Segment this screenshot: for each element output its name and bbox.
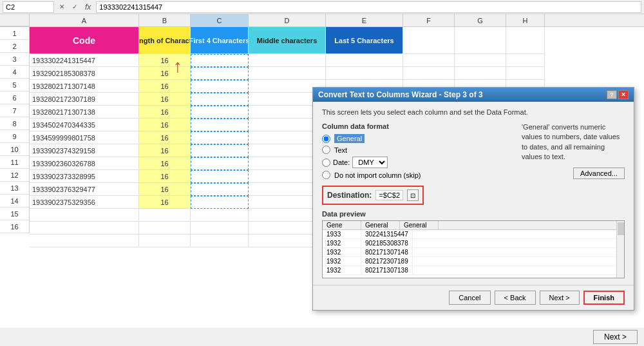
- col-header-G: G: [455, 14, 506, 26]
- list-item[interactable]: 16: [139, 80, 191, 93]
- cancel-button[interactable]: Cancel: [449, 291, 490, 305]
- list-item[interactable]: 1932802171307138: [30, 106, 139, 119]
- formula-input[interactable]: 1933302241315447: [96, 1, 641, 13]
- list-item[interactable]: [249, 67, 326, 80]
- list-item[interactable]: 1933902375329356: [30, 196, 139, 209]
- list-item[interactable]: [506, 67, 545, 80]
- cell-ref-box[interactable]: C2: [3, 1, 54, 13]
- list-item[interactable]: [191, 67, 249, 80]
- row-num-14: 14: [0, 195, 30, 207]
- list-item[interactable]: 16: [139, 157, 191, 170]
- list-item[interactable]: [326, 54, 403, 67]
- finish-button[interactable]: Finish: [583, 291, 625, 305]
- list-item[interactable]: 16: [139, 93, 191, 106]
- list-item: [30, 209, 139, 222]
- list-item[interactable]: [506, 54, 545, 67]
- col-e-header: Last 5 Characters: [326, 27, 403, 54]
- preview-header-row: Gene General General: [323, 221, 624, 230]
- list-item: 1932: [323, 248, 361, 256]
- row-num-corner: [0, 14, 30, 26]
- radio-date-input[interactable]: [322, 159, 330, 167]
- general-note: 'General' converts numeric values to num…: [522, 122, 625, 162]
- list-item[interactable]: [191, 157, 249, 170]
- list-item[interactable]: [403, 54, 455, 67]
- dialog-help-button[interactable]: ?: [607, 90, 617, 99]
- list-item[interactable]: [191, 196, 249, 209]
- list-item[interactable]: [191, 144, 249, 157]
- list-item[interactable]: 1934502470344335: [30, 119, 139, 131]
- list-item: 1932802172307189: [323, 257, 624, 266]
- list-item: 902185308378: [361, 239, 413, 247]
- cancel-formula-icon: ✕: [57, 2, 67, 12]
- radio-skip-item[interactable]: Do not import column (skip): [322, 171, 509, 179]
- next-button[interactable]: Next >: [540, 291, 580, 305]
- list-item[interactable]: [191, 170, 249, 183]
- list-item: [139, 235, 191, 247]
- list-item[interactable]: 16: [139, 67, 191, 80]
- list-item[interactable]: 1932902185308378: [30, 67, 139, 80]
- data-preview-label: Data preview: [322, 210, 625, 218]
- list-item[interactable]: 16: [139, 170, 191, 183]
- list-item[interactable]: 1933902373328995: [30, 170, 139, 183]
- table-row: 193290218530837816: [30, 67, 644, 80]
- list-item[interactable]: 16: [139, 131, 191, 144]
- header-row: Code Length of Character First 4 Charact…: [30, 27, 644, 54]
- list-item[interactable]: 1933902374329158: [30, 144, 139, 157]
- row-numbers: 1 2345678910111213141516: [0, 27, 30, 247]
- list-item[interactable]: [191, 93, 249, 106]
- fx-label: fx: [82, 3, 93, 12]
- radio-general-item[interactable]: General: [322, 134, 509, 143]
- dialog-left: Column data format General Text Date:: [322, 122, 509, 205]
- bottom-next-button[interactable]: Next >: [593, 330, 638, 344]
- list-item[interactable]: [191, 54, 249, 67]
- list-item: 802171307138: [361, 266, 413, 274]
- preview-scroll-thumb: [618, 222, 624, 235]
- radio-text-input[interactable]: [322, 146, 330, 154]
- list-item[interactable]: 16: [139, 106, 191, 119]
- date-dropdown[interactable]: DMY: [352, 157, 388, 168]
- list-item[interactable]: 16: [139, 54, 191, 67]
- list-item[interactable]: 1933902360326788: [30, 157, 139, 170]
- col-h-header: [506, 27, 545, 54]
- list-item[interactable]: [191, 131, 249, 144]
- list-item: 1932: [323, 239, 361, 247]
- row-num-13: 13: [0, 182, 30, 195]
- list-item: 302241315447: [361, 230, 413, 238]
- col-b-header: Length of Character: [139, 27, 191, 54]
- list-item[interactable]: 16: [139, 144, 191, 157]
- list-item[interactable]: [191, 119, 249, 131]
- back-button[interactable]: < Back: [495, 291, 536, 305]
- preview-data: 1933302241315447193290218530837819328021…: [323, 230, 624, 275]
- list-item[interactable]: [455, 54, 506, 67]
- list-item[interactable]: [191, 183, 249, 196]
- dialog-close-button[interactable]: ✕: [618, 90, 629, 99]
- list-item[interactable]: [191, 106, 249, 119]
- list-item[interactable]: 1934599999801758: [30, 131, 139, 144]
- destination-row: Destination: =$C$2 ⊡: [322, 186, 424, 205]
- list-item[interactable]: [249, 54, 326, 67]
- list-item[interactable]: 16: [139, 183, 191, 196]
- radio-text-item[interactable]: Text: [322, 146, 509, 154]
- list-item[interactable]: 16: [139, 119, 191, 131]
- list-item[interactable]: 1933302241315447: [30, 54, 139, 67]
- list-item[interactable]: 1932802172307189: [30, 93, 139, 106]
- list-item[interactable]: 16: [139, 196, 191, 209]
- radio-skip-input[interactable]: [322, 171, 330, 179]
- list-item[interactable]: [403, 67, 455, 80]
- convert-dialog: Convert Text to Columns Wizard - Step 3 …: [312, 87, 634, 311]
- list-item[interactable]: 1933902376329477: [30, 183, 139, 196]
- list-item[interactable]: 1932802171307148: [30, 80, 139, 93]
- radio-general-input[interactable]: [322, 135, 330, 143]
- preview-scrollbar[interactable]: [616, 221, 624, 278]
- preview-col-1: Gene: [323, 221, 361, 229]
- list-item[interactable]: [455, 67, 506, 80]
- col-f-header: [403, 27, 455, 54]
- list-item: [139, 222, 191, 235]
- radio-text-label: Text: [334, 146, 347, 154]
- list-item[interactable]: [326, 67, 403, 80]
- advanced-button[interactable]: Advanced...: [573, 168, 625, 179]
- bottom-nav: Next >: [0, 328, 644, 346]
- destination-select-icon[interactable]: ⊡: [407, 189, 419, 201]
- table-row: 193330224131544716: [30, 54, 644, 67]
- list-item[interactable]: [191, 80, 249, 93]
